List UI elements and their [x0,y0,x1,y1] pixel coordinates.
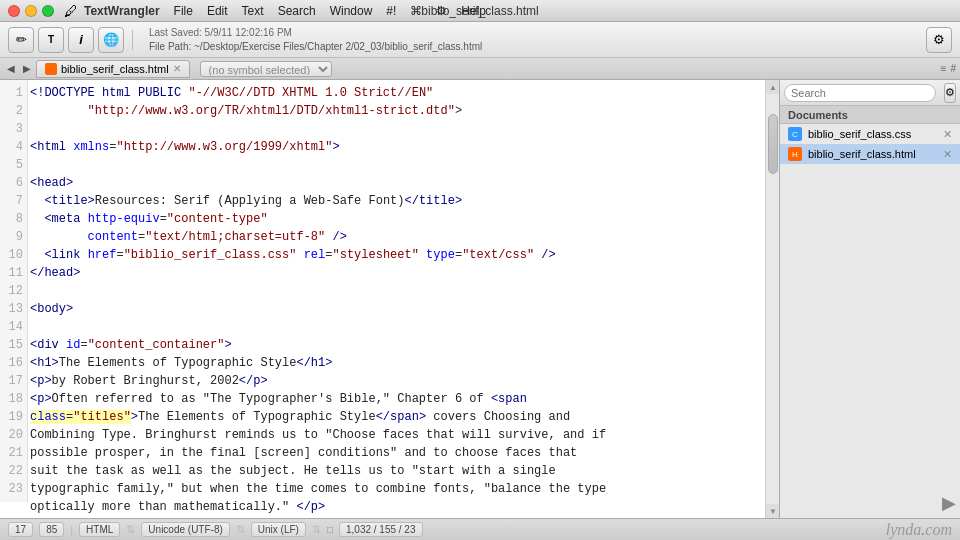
status-line-ending[interactable]: Unix (LF) [251,522,306,537]
tabbar-hash-button[interactable]: # [950,63,956,74]
editor[interactable]: 1234567891011121314151617181920212223 <!… [0,80,780,518]
tabbar: ◀ ▶ biblio_serif_class.html ✕ (no symbol… [0,58,960,80]
menu-hash[interactable]: #! [386,4,396,18]
status-encoding[interactable]: Unicode (UTF-8) [141,522,229,537]
css-file-close[interactable]: ✕ [943,128,952,141]
line-numbers: 1234567891011121314151617181920212223 [0,80,28,502]
html-file-icon: H [788,147,802,161]
scroll-up-arrow[interactable]: ▲ [766,80,780,94]
doc-item-html[interactable]: H biblio_serif_class.html ✕ [780,144,960,164]
window-controls [8,5,54,17]
menu-edit[interactable]: Edit [207,4,228,18]
status-counts[interactable]: 1,032 / 155 / 23 [339,522,423,537]
menu-window[interactable]: Window [330,4,373,18]
line-15: <div id="content_container"> [30,336,771,354]
html-file-close[interactable]: ✕ [943,148,952,161]
line-7: <title>Resources: Serif (Applying a Web-… [30,192,771,210]
line-17: <p>by Robert Bringhurst, 2002</p> [30,372,771,390]
line-1: <!DOCTYPE html PUBLIC "-//W3C//DTD XHTML… [30,84,771,102]
toolbar-right: ⚙ [926,27,952,53]
tab-close-button[interactable]: ✕ [173,63,181,74]
line-24: optically more than mathematically." </p… [30,498,771,516]
file-tab[interactable]: biblio_serif_class.html ✕ [36,60,190,78]
line-9: content="text/html;charset=utf-8" /> [30,228,771,246]
menu-file[interactable]: File [174,4,193,18]
nav-back-button[interactable]: ◀ [4,63,18,74]
tabbar-lines-button[interactable]: ≡ [941,63,947,74]
line-5 [30,156,771,174]
code-content: <!DOCTYPE html PUBLIC "-//W3C//DTD XHTML… [30,84,771,518]
nav-forward-button[interactable]: ▶ [20,63,34,74]
sidebar: ⚙ Documents C biblio_serif_class.css ✕ H… [780,80,960,518]
sidebar-toolbar: ⚙ [780,80,960,106]
status-lang[interactable]: HTML [79,522,120,537]
toolbar-globe-button[interactable]: 🌐 [98,27,124,53]
tab-filename: biblio_serif_class.html [61,63,169,75]
editor-content: 1234567891011121314151617181920212223 <!… [0,80,779,518]
menu-text[interactable]: Text [242,4,264,18]
maximize-button[interactable] [42,5,54,17]
app-name: TextWrangler [84,4,160,18]
line-11: </head> [30,264,771,282]
line-23: typographic family," but when the time c… [30,480,771,498]
toolbar-pencil-button[interactable]: ✏ [8,27,34,53]
tabbar-right-controls: ≡ # [941,63,956,74]
lynda-logo: lynda.com [886,521,952,539]
main-area: 1234567891011121314151617181920212223 <!… [0,80,960,518]
symbol-selector[interactable]: (no symbol selected) [200,61,332,77]
line-12 [30,282,771,300]
line-22: suit the task as well as the subject. He… [30,462,771,480]
line-3 [30,120,771,138]
line-19: class="titles">The Elements of Typograph… [30,408,771,426]
line-8: <meta http-equiv="content-type" [30,210,771,228]
titlebar: 🖊 TextWrangler File Edit Text Search Win… [0,0,960,22]
sidebar-settings-button[interactable]: ⚙ [944,83,956,103]
filepath-label: File Path: ~/Desktop/Exercise Files/Chap… [149,40,482,54]
toolbar: ✏ T i 🌐 Last Saved: 5/9/11 12:02:16 PM F… [0,22,960,58]
editor-scrollbar[interactable]: ▲ ▼ [765,80,779,518]
line-25: </div> [30,516,771,518]
line-13: <body> [30,300,771,318]
line-2: "http://www.w3.org/TR/xhtml1/DTD/xhtml1-… [30,102,771,120]
line-16: <h1>The Elements of Typographic Style</h… [30,354,771,372]
sidebar-search-input[interactable] [784,84,936,102]
toolbar-file-info: Last Saved: 5/9/11 12:02:16 PM File Path… [149,26,482,54]
line-4: <html xmlns="http://www.w3.org/1999/xhtm… [30,138,771,156]
statusbar: 17 85 | HTML ⇅ Unicode (UTF-8) ⇅ Unix (L… [0,518,960,540]
toolbar-info-button[interactable]: i [68,27,94,53]
status-line[interactable]: 17 [8,522,33,537]
app-icon: 🖊 [64,3,78,19]
lynda-text: lynda [886,521,922,538]
line-14 [30,318,771,336]
lynda-tld: com [925,521,952,538]
status-col[interactable]: 85 [39,522,64,537]
css-filename: biblio_serif_class.css [808,128,911,140]
last-saved-label: Last Saved: 5/9/11 12:02:16 PM [149,26,482,40]
line-21: possible prosper, in the final [screen] … [30,444,771,462]
tab-file-icon [45,63,57,75]
line-10: <link href="biblio_serif_class.css" rel=… [30,246,771,264]
sidebar-collapse-arrow[interactable]: ▶ [942,492,956,514]
window-title: biblio_serif_class.html [421,4,538,18]
doc-item-css[interactable]: C biblio_serif_class.css ✕ [780,124,960,144]
menu-search[interactable]: Search [278,4,316,18]
toolbar-gear-button[interactable]: ⚙ [926,27,952,53]
css-file-icon: C [788,127,802,141]
toolbar-separator-1 [132,30,133,50]
close-button[interactable] [8,5,20,17]
status-info: □ [327,524,333,535]
line-20: Combining Type. Bringhurst reminds us to… [30,426,771,444]
toolbar-text-button[interactable]: T [38,27,64,53]
docs-header: Documents [780,106,960,124]
minimize-button[interactable] [25,5,37,17]
html-filename: biblio_serif_class.html [808,148,916,160]
line-6: <head> [30,174,771,192]
line-18: <p>Often referred to as "The Typographer… [30,390,771,408]
sidebar-collapse-area: ▶ [780,488,960,518]
scroll-thumb[interactable] [768,114,778,174]
scroll-down-arrow[interactable]: ▼ [766,504,780,518]
